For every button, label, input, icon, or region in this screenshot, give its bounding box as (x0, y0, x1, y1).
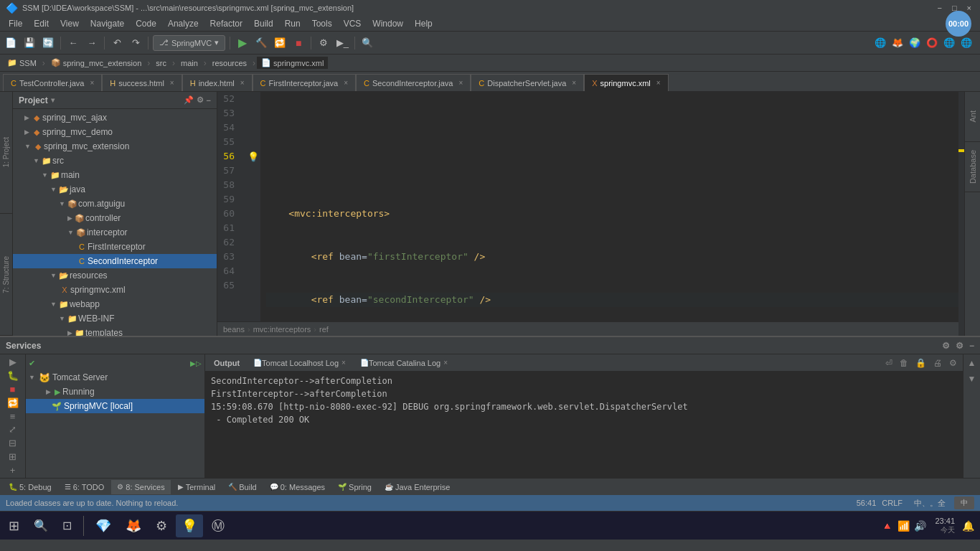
nav-springmvc-xml[interactable]: 📄 springmvc.xml (257, 57, 328, 69)
close-icon[interactable]: × (656, 79, 661, 87)
menu-code[interactable]: Code (130, 17, 162, 30)
close-icon[interactable]: × (341, 359, 346, 367)
services-close-icon[interactable]: − (969, 341, 974, 351)
chrome-icon[interactable]: 🌐 (872, 35, 888, 51)
pin-button[interactable]: 📌 (184, 95, 194, 105)
down-arrow-icon[interactable]: ▼ (965, 372, 979, 386)
close-icon[interactable]: × (90, 79, 94, 87)
vcs-branch-selector[interactable]: ⎇ SpringMVC ▾ (153, 35, 225, 51)
close-icon[interactable]: × (458, 79, 463, 87)
taskbar-app-1[interactable]: 💎 (90, 514, 117, 537)
tab-tomcat-catalina-log[interactable]: 📄 Tomcat Catalina Log × (354, 356, 454, 370)
up-arrow-icon[interactable]: ▲ (965, 356, 979, 370)
sys-icon-3[interactable]: 🔊 (914, 520, 926, 532)
tree-item-springmvc-xml[interactable]: X springmvc.xml (13, 283, 217, 297)
taskbar-idea[interactable]: 💡 (176, 514, 203, 537)
svc-expand-icon[interactable]: ⤢ (5, 423, 21, 436)
start-button[interactable]: ⊞ (3, 514, 25, 537)
tree-item-com-atguigu[interactable]: ▼ 📦 com.atguigu (13, 197, 217, 211)
reload-button[interactable]: 🔁 (272, 35, 288, 51)
clear-icon[interactable]: 🗑 (897, 358, 911, 368)
tab-success-html[interactable]: H success.html × (102, 74, 182, 91)
tree-item-spring-mvc-demo[interactable]: ▶ ◆ spring_mvc_demo (13, 125, 217, 139)
menu-navigate[interactable]: Navigate (85, 17, 130, 30)
tab-build[interactable]: 🔨 Build (222, 480, 262, 494)
menu-edit[interactable]: Edit (28, 17, 55, 30)
tree-item-webapp[interactable]: ▼ 📁 webapp (13, 297, 217, 311)
build-button[interactable]: 🔨 (253, 35, 269, 51)
minimize-button[interactable]: − (934, 4, 944, 12)
undo-button[interactable]: ↶ (109, 35, 125, 51)
svc-stop-icon[interactable]: ■ (5, 383, 21, 396)
structure-panel-label[interactable]: 7: Structure (0, 214, 12, 336)
tab-tomcat-localhost-log[interactable]: 📄 Tomcat Localhost Log × (247, 356, 352, 370)
service-running[interactable]: ▶ ▶ Running (26, 385, 204, 399)
tab-dispatcher-servlet[interactable]: C DispatcherServlet.java × (471, 74, 584, 91)
run-button[interactable]: ▶ (235, 35, 250, 51)
svc-group-icon[interactable]: ≡ (5, 410, 21, 423)
breadcrumb-beans[interactable]: beans (223, 325, 245, 334)
menu-view[interactable]: View (55, 17, 85, 30)
tree-item-spring-mvc-ajax[interactable]: ▶ ◆ spring_mvc_ajax (13, 110, 217, 125)
svc-filter-icon[interactable]: ⊞ (5, 450, 21, 463)
forward-button[interactable]: → (84, 35, 100, 51)
tab-second-interceptor[interactable]: C SecondInterceptor.java × (356, 74, 471, 91)
nav-resources[interactable]: resources (208, 57, 251, 69)
menu-file[interactable]: File (3, 17, 28, 30)
taskbar-app-2[interactable]: Ⓜ (206, 514, 230, 537)
firefox-icon[interactable]: 🦊 (890, 35, 905, 51)
ant-tab[interactable]: Ant (965, 92, 980, 142)
tab-services[interactable]: ⚙ 8: Services (111, 480, 170, 494)
sys-icon-2[interactable]: 📶 (897, 520, 910, 532)
tree-item-main[interactable]: ▼ 📁 main (13, 168, 217, 182)
nav-ssm[interactable]: 📁 SSM (3, 57, 41, 69)
tab-debug[interactable]: 🐛 5: Debug (3, 480, 57, 494)
menu-help[interactable]: Help (409, 17, 438, 30)
tab-spring[interactable]: 🌱 Spring (332, 480, 377, 494)
notification-icon[interactable]: 🔔 (962, 520, 974, 532)
tab-terminal[interactable]: ▶ Terminal (172, 480, 222, 494)
services-settings-icon[interactable]: ⚙ (942, 341, 950, 351)
menu-run[interactable]: Run (279, 17, 306, 30)
svc-add-icon[interactable]: + (5, 463, 21, 476)
tab-todo[interactable]: ☰ 6: TODO (59, 480, 110, 494)
opera-icon[interactable]: ⭕ (924, 35, 940, 51)
taskbar-firefox[interactable]: 🦊 (120, 514, 147, 537)
svc-play-icon[interactable]: ▶ (5, 356, 21, 369)
nav-extension[interactable]: 📦 spring_mvc_extension (47, 57, 146, 69)
hide-button[interactable]: − (207, 96, 211, 105)
nav-main[interactable]: main (176, 57, 202, 69)
svc-debug-icon[interactable]: 🐛 (5, 369, 21, 382)
database-tab[interactable]: Database (965, 142, 980, 192)
breadcrumb-ref[interactable]: ref (319, 325, 329, 334)
settings2-icon[interactable]: ⚙ (946, 358, 960, 368)
ie-icon[interactable]: 🌐 (958, 35, 974, 51)
tab-springmvc-xml[interactable]: X springmvc.xml × (584, 74, 668, 91)
svc-restart-icon[interactable]: 🔁 (5, 396, 21, 409)
tab-messages[interactable]: 💬 0: Messages (264, 480, 331, 494)
sys-icon-1[interactable]: 🔺 (881, 520, 893, 532)
nav-src[interactable]: src (151, 57, 171, 69)
menu-tools[interactable]: Tools (306, 17, 338, 30)
terminal-button[interactable]: ▶_ (334, 35, 350, 51)
settings-button[interactable]: ⚙ (316, 35, 331, 51)
tree-item-first-interceptor[interactable]: C FirstInterceptor (13, 240, 217, 254)
tree-item-src[interactable]: ▼ 📁 src (13, 154, 217, 168)
new-file-button[interactable]: 📄 (3, 35, 19, 51)
back-button[interactable]: ← (65, 35, 81, 51)
taskbar-settings[interactable]: ⚙ (150, 514, 173, 537)
save-button[interactable]: 💾 (22, 35, 37, 51)
editor-code[interactable]: <mvc:interceptors> <ref bean="firstInter… (260, 92, 964, 321)
tab-index-html[interactable]: H index.html × (182, 74, 253, 91)
close-icon[interactable]: × (240, 79, 245, 87)
tree-item-templates[interactable]: ▶ 📁 templates (13, 326, 217, 336)
close-icon[interactable]: × (443, 359, 448, 367)
close-icon[interactable]: × (170, 79, 174, 87)
services-gear-icon[interactable]: ⚙ (956, 341, 963, 351)
tab-first-interceptor[interactable]: C FirstInterceptor.java × (253, 74, 356, 91)
menu-analyze[interactable]: Analyze (162, 17, 204, 30)
sync-button[interactable]: 🔄 (40, 35, 56, 51)
bulb-icon[interactable]: 💡 (248, 151, 259, 162)
stop-button[interactable]: ■ (291, 35, 306, 51)
code-container[interactable]: 52 53 54 55 56 57 58 59 60 61 62 63 64 6… (217, 92, 964, 321)
